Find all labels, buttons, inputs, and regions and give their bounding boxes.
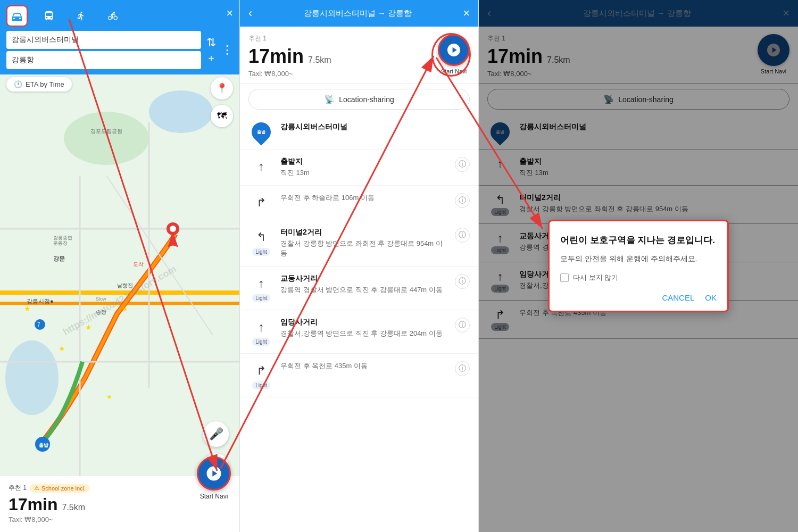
step-direction-icon-5: ↑ bbox=[252, 318, 271, 337]
share-icon: 📡 bbox=[324, 94, 335, 104]
route-step-5: ↑ Light 임당사거리 경찰서,강릉역 방면으로 직진 후 강릉대로 204… bbox=[240, 310, 478, 354]
step-direction-icon-3: ↰ bbox=[252, 228, 271, 247]
recommend-label: 추천 1 bbox=[9, 484, 27, 493]
svg-point-19 bbox=[170, 226, 176, 232]
step-desc-2: 우회전 후 하슬라로 106m 이동 bbox=[280, 193, 448, 203]
route-step-1: ↑ 출발지 직진 13m ⓘ bbox=[240, 149, 478, 186]
nav-time-display: 17min 7.5km bbox=[248, 45, 331, 68]
nav-route-panel: ‹ 강릉시외버스터미널 → 강릉항 × 추천 1 17min 7.5km Tax… bbox=[239, 0, 479, 532]
travel-time: 17min bbox=[9, 495, 57, 514]
destination-input[interactable]: 강릉항 bbox=[6, 51, 201, 69]
step-icon-col-2: ↱ bbox=[248, 193, 274, 212]
start-navi-highlight-panel2 bbox=[431, 33, 471, 77]
nav-travel-distance: 7.5km bbox=[308, 55, 331, 65]
route-step-4: ↑ Light 교동사거리 강릉역 경찰서 방면으로 직진 후 강릉대로 447… bbox=[240, 267, 478, 310]
departure-pin-label: 출발 bbox=[257, 129, 265, 135]
step-desc-1: 직진 13m bbox=[280, 168, 448, 178]
nav-dialog-panel: ‹ 강릉시외버스터미널 → 강릉항 × 추천 1 17min 7.5km Tax… bbox=[479, 0, 798, 532]
step-content-3: 터미널2거리 경찰서 강릉항 방면으로 좌회전 후 강릉대로 954m 이동 bbox=[280, 228, 448, 258]
step-desc-5: 경찰서,강릉역 방면으로 직진 후 강릉대로 204m 이동 bbox=[280, 329, 448, 338]
step-icon-col-3: ↰ Light bbox=[248, 228, 274, 256]
school-zone-text: School zone incl. bbox=[41, 485, 86, 492]
dialog-title: 어린이 보호구역을 지나는 경로입니다. bbox=[560, 234, 717, 247]
start-navi-circle-map bbox=[197, 456, 231, 491]
more-options-button[interactable]: ⋮ bbox=[221, 43, 233, 57]
transport-car[interactable] bbox=[6, 5, 28, 27]
microphone-button[interactable]: 🎤 bbox=[203, 421, 229, 447]
location-pin-button[interactable]: 📍 bbox=[211, 77, 233, 99]
svg-text:★: ★ bbox=[85, 323, 92, 331]
step-content-4: 교동사거리 강릉역 경찰서 방면으로 직진 후 강릉대로 447m 이동 bbox=[280, 274, 448, 295]
step-info-btn-1[interactable]: ⓘ bbox=[455, 157, 470, 172]
step-info-btn-4[interactable]: ⓘ bbox=[455, 274, 470, 289]
route-steps-list: 출발 강릉시외버스터미널 ↑ 출발지 직진 13m ⓘ ↱ 우회전 후 bbox=[240, 115, 478, 519]
step-content-departure: 강릉시외버스터미널 bbox=[280, 122, 470, 134]
step-desc-3: 경찰서 강릉항 방면으로 좌회전 후 강릉대로 954m 이동 bbox=[280, 239, 448, 258]
route-step-departure: 출발 강릉시외버스터미널 bbox=[240, 115, 478, 149]
departure-pin: 출발 bbox=[248, 119, 275, 146]
start-navi-button-map[interactable]: Start Navi bbox=[197, 456, 231, 500]
svg-text:강릉종합: 강릉종합 bbox=[53, 235, 72, 240]
step-desc-4: 강릉역 경찰서 방면으로 직진 후 강릉대로 447m 이동 bbox=[280, 285, 448, 295]
close-map-button[interactable]: × bbox=[226, 6, 233, 20]
swap-route-button[interactable]: ⇅ bbox=[206, 36, 216, 49]
nav-taxi-fare: Taxi: ₩8,000~ bbox=[248, 70, 331, 78]
step-icon-col-5: ↑ Light bbox=[248, 318, 274, 346]
map-controls: 📍 🗺 bbox=[211, 77, 233, 127]
svg-text:★: ★ bbox=[59, 344, 65, 353]
location-sharing-label: Location-sharing bbox=[339, 95, 394, 104]
transport-bus[interactable] bbox=[38, 5, 60, 27]
step-title-3: 터미널2거리 bbox=[280, 228, 448, 237]
nav-back-button[interactable]: ‹ bbox=[248, 6, 252, 20]
travel-distance: 7.5km bbox=[62, 503, 85, 512]
transport-bike[interactable] bbox=[102, 5, 123, 27]
step-content-2: 우회전 후 하슬라로 106m 이동 bbox=[280, 193, 448, 203]
dialog-actions: CANCEL OK bbox=[560, 293, 717, 302]
step-info-btn-3[interactable]: ⓘ bbox=[455, 228, 470, 243]
step-icon-col-4: ↑ Light bbox=[248, 274, 274, 302]
step-content-1: 출발지 직진 13m bbox=[280, 157, 448, 178]
svg-text:출발: 출발 bbox=[39, 443, 49, 448]
nav-close-button[interactable]: × bbox=[463, 6, 470, 20]
nav-recommend-label: 추천 1 bbox=[248, 34, 331, 43]
dialog-dont-show-row: 다시 보지 않기 bbox=[560, 273, 717, 282]
step-direction-icon-1: ↑ bbox=[252, 157, 271, 176]
svg-text:강릉시청●: 강릉시청● bbox=[27, 298, 54, 304]
school-zone-badge: ⚠ School zone incl. bbox=[30, 484, 90, 493]
svg-text:7: 7 bbox=[37, 322, 40, 328]
route-step-6: ↱ Light 우회전 후 옥천로 435m 이동 ⓘ bbox=[240, 354, 478, 397]
add-waypoint-button[interactable]: + bbox=[208, 53, 214, 65]
origin-input[interactable]: 강릉시외버스터미널 bbox=[6, 31, 201, 49]
svg-point-1 bbox=[5, 340, 59, 415]
dialog-dont-show-checkbox[interactable] bbox=[560, 273, 569, 282]
dialog-body: 모두의 안전을 위해 운행에 주의해주세요. bbox=[560, 253, 717, 264]
step-info-btn-6[interactable]: ⓘ bbox=[455, 361, 470, 376]
step-light-badge-6: Light bbox=[252, 381, 270, 389]
svg-point-2 bbox=[64, 112, 149, 165]
step-icon-col-departure: 출발 bbox=[248, 122, 274, 142]
step-direction-icon-6: ↱ bbox=[252, 361, 271, 380]
nav-travel-time: 17min bbox=[248, 45, 304, 68]
map-layers-button[interactable]: 🗺 bbox=[211, 105, 233, 127]
step-info-btn-5[interactable]: ⓘ bbox=[455, 318, 470, 332]
route-inputs: 강릉시외버스터미널 강릉항 ⇅ + ⋮ bbox=[6, 31, 233, 69]
svg-text:★: ★ bbox=[122, 305, 128, 313]
dialog-cancel-button[interactable]: CANCEL bbox=[662, 293, 694, 302]
start-navi-label-map: Start Navi bbox=[200, 493, 228, 500]
step-title-departure: 강릉시외버스터미널 bbox=[280, 122, 470, 132]
svg-text:남항진: 남항진 bbox=[117, 282, 133, 288]
clock-icon: 🕐 bbox=[14, 80, 22, 88]
step-icon-col-6: ↱ Light bbox=[248, 361, 274, 389]
location-sharing-button[interactable]: 📡 Location-sharing bbox=[248, 89, 470, 110]
step-info-btn-2[interactable]: ⓘ bbox=[455, 193, 470, 208]
step-title-5: 임당사거리 bbox=[280, 318, 448, 327]
warning-icon: ⚠ bbox=[34, 485, 39, 492]
step-icon-col-1: ↑ bbox=[248, 157, 274, 176]
transport-walk[interactable] bbox=[70, 5, 92, 27]
eta-label: ETA by Time bbox=[26, 80, 64, 88]
eta-button[interactable]: 🕐 ETA by Time bbox=[6, 77, 72, 92]
svg-text:Slow: Slow bbox=[96, 296, 106, 302]
svg-text:송정: 송정 bbox=[96, 309, 106, 315]
svg-text:경포도립공원: 경포도립공원 bbox=[90, 128, 122, 134]
dialog-ok-button[interactable]: OK bbox=[705, 293, 717, 302]
